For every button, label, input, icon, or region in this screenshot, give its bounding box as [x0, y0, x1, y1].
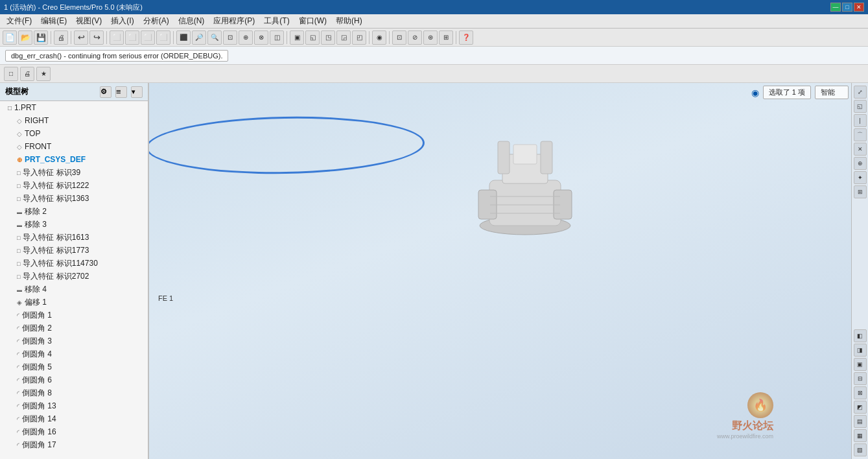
menu-item-edit[interactable]: 编辑(E) — [37, 14, 71, 28]
tree-item-round6[interactable]: 倒圆角 6 — [0, 373, 148, 386]
tb-btn-j[interactable]: ⊗ — [254, 30, 268, 45]
menu-item-insert[interactable]: 插入(I) — [107, 14, 137, 28]
right-btn-17[interactable]: ▧ — [854, 443, 867, 456]
tree-item-feat1222[interactable]: 导入特征 标识1222 — [0, 179, 148, 192]
right-btn-1[interactable]: ⤢ — [854, 86, 867, 99]
print-button[interactable] — [54, 30, 68, 45]
tb-btn-r[interactable]: ⊡ — [392, 30, 406, 45]
tree-item-csys[interactable]: PRT_CSYS_DEF — [0, 153, 148, 166]
tree-label-round8: 倒圆角 8 — [22, 388, 52, 399]
redo-button[interactable] — [89, 30, 104, 45]
tb-btn-a[interactable]: ⬜ — [110, 30, 124, 45]
tree-item-offset1[interactable]: 偏移 1 — [0, 296, 148, 309]
viewport[interactable]: ◉ 选取了 1 项 智能 — [149, 83, 851, 459]
smart-label[interactable]: 智能 — [815, 86, 849, 99]
right-btn-9[interactable]: ◧ — [854, 329, 867, 342]
tree-item-round5[interactable]: 倒圆角 5 — [0, 360, 148, 373]
tree-item-round17[interactable]: 倒圆角 17 — [0, 438, 148, 451]
tree-item-feat39[interactable]: 导入特征 标识39 — [0, 166, 148, 179]
right-btn-11[interactable]: ▣ — [854, 358, 867, 371]
tree-icon-round — [17, 338, 19, 345]
tree-item-round16[interactable]: 倒圆角 16 — [0, 425, 148, 438]
right-btn-4[interactable]: ⌒ — [854, 128, 867, 141]
tb-btn-q[interactable]: ◉ — [372, 30, 386, 45]
tb-btn-c[interactable]: ⬜ — [141, 30, 155, 45]
menu-item-help[interactable]: 帮助(H) — [332, 14, 366, 28]
tree-item-front[interactable]: FRONT — [0, 140, 148, 153]
tb-btn-u[interactable]: ⊞ — [439, 30, 453, 45]
tree-item-round2[interactable]: 倒圆角 2 — [0, 322, 148, 335]
tree-item-root[interactable]: 1.PRT — [0, 101, 148, 114]
right-btn-10[interactable]: ◨ — [854, 344, 867, 357]
tb-btn-d[interactable]: ⬜ — [156, 30, 170, 45]
toolbar2-btn-c[interactable]: ★ — [36, 67, 51, 81]
tree-item-remove4[interactable]: 移除 4 — [0, 283, 148, 296]
tb-btn-b[interactable]: ⬜ — [125, 30, 139, 45]
tree-item-feat1363[interactable]: 导入特征 标识1363 — [0, 192, 148, 205]
right-btn-8[interactable]: ⊞ — [854, 185, 867, 198]
tree-dropdown-button[interactable] — [131, 86, 143, 98]
tree-item-feat1773[interactable]: 导入特征 标识1773 — [0, 244, 148, 257]
tree-item-round8[interactable]: 倒圆角 8 — [0, 386, 148, 399]
tree-item-round4[interactable]: 倒圆角 4 — [0, 347, 148, 360]
save-button[interactable] — [34, 30, 48, 45]
minimize-button[interactable]: — — [830, 3, 841, 12]
tree-item-feat114730[interactable]: 导入特征 标识114730 — [0, 257, 148, 270]
right-btn-13[interactable]: ⊠ — [854, 386, 867, 399]
tb-btn-h[interactable]: ⊡ — [223, 30, 237, 45]
open-button[interactable] — [18, 30, 32, 45]
tb-btn-k[interactable]: ◫ — [270, 30, 284, 45]
menu-item-window[interactable]: 窗口(W) — [295, 14, 331, 28]
tb-btn-n[interactable]: ◳ — [321, 30, 335, 45]
tb-btn-l[interactable]: ▣ — [290, 30, 304, 45]
tb-btn-i[interactable]: ⊕ — [239, 30, 253, 45]
tree-item-feat2702[interactable]: 导入特征 标识2702 — [0, 270, 148, 283]
tree-item-round1[interactable]: 倒圆角 1 — [0, 309, 148, 322]
tb-btn-t[interactable]: ⊛ — [423, 30, 438, 45]
tb-btn-e[interactable]: ⬛ — [176, 30, 191, 45]
tb-btn-f[interactable]: 🔎 — [192, 30, 206, 45]
menu-item-tools[interactable]: 工具(T) — [260, 14, 293, 28]
tb-btn-s[interactable]: ⊘ — [408, 30, 422, 45]
tb-btn-o[interactable]: ◲ — [336, 30, 351, 45]
right-btn-16[interactable]: ▦ — [854, 429, 867, 442]
tree-settings-button[interactable] — [100, 86, 111, 98]
menu-item-info[interactable]: 信息(N) — [174, 14, 209, 28]
tree-list-button[interactable] — [115, 86, 127, 98]
tree-item-top[interactable]: TOP — [0, 127, 148, 140]
maximize-button[interactable]: □ — [842, 3, 852, 12]
right-btn-14[interactable]: ◩ — [854, 401, 867, 414]
menu-item-apps[interactable]: 应用程序(P) — [209, 14, 259, 28]
menu-item-view[interactable]: 视图(V) — [72, 14, 106, 28]
right-btn-6[interactable]: ⊕ — [854, 157, 867, 170]
tree-item-round3[interactable]: 倒圆角 3 — [0, 335, 148, 347]
tree-scroll[interactable]: 1.PRTRIGHTTOPFRONTPRT_CSYS_DEF导入特征 标识39导… — [0, 101, 148, 459]
tree-item-round13[interactable]: 倒圆角 13 — [0, 399, 148, 412]
tb-btn-g[interactable]: 🔍 — [207, 30, 222, 45]
tree-item-round14[interactable]: 倒圆角 14 — [0, 412, 148, 425]
new-button[interactable] — [3, 30, 17, 45]
tree-label-round17: 倒圆角 17 — [22, 440, 56, 451]
toolbar2-btn-a[interactable]: □ — [4, 67, 18, 81]
help-button[interactable]: ❓ — [459, 30, 473, 45]
right-btn-5[interactable]: ✕ — [854, 143, 867, 156]
undo-button[interactable] — [74, 30, 88, 45]
tree-item-right[interactable]: RIGHT — [0, 114, 148, 127]
toolbar2-btn-b[interactable]: 🖨 — [20, 67, 34, 81]
tb-btn-m[interactable]: ◱ — [305, 30, 320, 45]
right-btn-12[interactable]: ⊟ — [854, 372, 867, 385]
right-btn-2[interactable]: ◱ — [854, 100, 867, 113]
tb-btn-p[interactable]: ◰ — [352, 30, 366, 45]
menu-item-file[interactable]: 文件(F) — [3, 14, 36, 28]
right-btn-7[interactable]: ✦ — [854, 171, 867, 184]
right-btn-15[interactable]: ▤ — [854, 415, 867, 428]
right-btn-3[interactable]: | — [854, 114, 867, 127]
viewport-status: ◉ 选取了 1 项 智能 — [751, 86, 849, 99]
tree-icon-offset — [17, 299, 22, 306]
tree-icon-feat — [17, 234, 20, 241]
close-button[interactable]: ✕ — [854, 3, 864, 12]
menu-item-analysis[interactable]: 分析(A) — [139, 14, 173, 28]
tree-item-feat1613[interactable]: 导入特征 标识1613 — [0, 231, 148, 244]
tree-item-remove2[interactable]: 移除 2 — [0, 205, 148, 218]
tree-item-remove3[interactable]: 移除 3 — [0, 218, 148, 231]
